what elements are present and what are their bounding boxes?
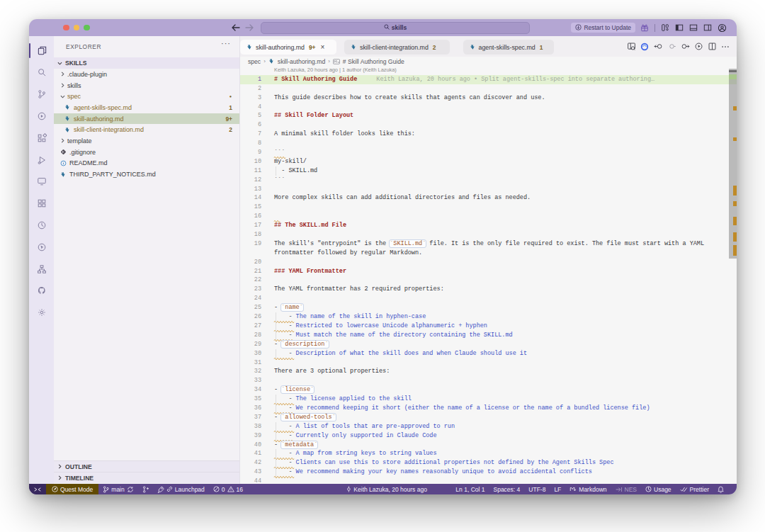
tree-item-skill-client-integration-md[interactable]: skill-client-integration.md2 <box>54 124 239 135</box>
activity-blocks-icon[interactable] <box>36 198 48 210</box>
status-worktree[interactable] <box>138 484 153 494</box>
code-line-21[interactable]: 21### YAML Frontmatter <box>240 267 737 276</box>
activity-history-icon[interactable] <box>36 219 48 231</box>
breadcrumb-item[interactable]: spec <box>248 58 261 65</box>
layout-grid-icon[interactable] <box>660 23 670 33</box>
navigate-forward-button[interactable] <box>243 19 256 36</box>
code-line-27[interactable]: 27 - Restricted to lowercase Unicode alp… <box>240 322 737 331</box>
status-remote[interactable] <box>29 484 46 494</box>
activity-explorer-icon[interactable] <box>36 45 48 57</box>
tree-section-outline[interactable]: OUTLINE <box>54 460 239 472</box>
zoom-window-button[interactable] <box>84 25 90 31</box>
tab-skill-authoring-md[interactable]: skill-authoring.md9+× <box>240 40 336 55</box>
breadcrumb[interactable]: spec›skill-authoring.md›# Skill Authorin… <box>240 57 737 66</box>
code-line-44[interactable]: 44 <box>240 477 737 483</box>
code-line-39[interactable]: 39 - Currently only supported in Claude … <box>240 431 737 441</box>
code-line-12[interactable]: 12``` <box>240 176 737 185</box>
code-line-40[interactable]: 40- `metadata` <box>240 441 737 450</box>
breadcrumb-item[interactable]: skill-authoring.md <box>278 58 325 65</box>
restart-to-update-button[interactable]: Restart to Update <box>571 23 635 33</box>
tree-item-skill-authoring-md[interactable]: skill-authoring.md9+ <box>54 113 239 125</box>
status-notifications[interactable] <box>713 484 728 494</box>
activity-extensions-icon[interactable] <box>36 132 48 144</box>
code-line-15[interactable]: 15 <box>240 203 737 212</box>
tree-item-readme-md[interactable]: README.md <box>54 158 239 169</box>
command-center-search[interactable]: skills <box>261 22 530 34</box>
tree-item-skills[interactable]: skills <box>54 80 239 91</box>
status-encoding[interactable]: UTF-8 <box>524 484 550 494</box>
navigate-back-button[interactable] <box>230 19 242 36</box>
code-line-33[interactable]: 33 <box>240 376 737 385</box>
code-editor[interactable]: Keith Lazuka, 20 hours ago | 1 author (K… <box>240 66 737 484</box>
ai-circle-icon[interactable] <box>640 42 650 52</box>
code-line-14[interactable]: 14More complex skills can add additional… <box>240 193 737 203</box>
layout-sidebar-right-icon[interactable] <box>703 23 713 33</box>
activity-pointer-icon[interactable] <box>36 241 48 253</box>
tree-item-third-party-notices-md[interactable]: THIRD_PARTY_NOTICES.md <box>54 169 239 180</box>
code-line-25[interactable]: 25- `name` <box>240 303 737 312</box>
run-circle-icon[interactable] <box>693 42 703 52</box>
code-line-36[interactable]: 36 - We recommend keeping it short (eith… <box>240 404 737 413</box>
code-line-42[interactable]: 42 - Clients can use this to store addit… <box>240 458 737 468</box>
scrollbar-slider[interactable] <box>729 69 737 259</box>
activity-settings-sync-icon[interactable] <box>36 307 48 319</box>
status-language-mode[interactable]: Markdown <box>565 484 611 494</box>
status-eol[interactable]: LF <box>550 484 565 494</box>
code-line-22[interactable]: 22 <box>240 276 737 285</box>
code-line-10[interactable]: 10my-skill/ <box>240 157 737 166</box>
editor-scrollbar[interactable] <box>729 36 737 484</box>
code-line-32[interactable]: 32There are 3 optional properties: <box>240 367 737 376</box>
status-nes[interactable]: NES <box>611 484 641 494</box>
status-cursor-position[interactable]: Ln 1, Col 1 <box>451 484 489 494</box>
title-bar[interactable]: skills Restart to Update <box>29 19 737 36</box>
code-line-1[interactable]: 1# Skill Authoring GuideKeith Lazuka, 20… <box>240 75 737 84</box>
activity-remote-explorer-icon[interactable] <box>36 176 48 188</box>
code-line-26[interactable]: 26 - The name of the skill in hyphen-cas… <box>240 312 737 322</box>
tree-item--claude-plugin[interactable]: .claude-plugin <box>54 69 239 80</box>
activity-run-and-debug-icon[interactable] <box>36 110 48 122</box>
code-line-43[interactable]: 43 - We recommend making your key names … <box>240 468 737 477</box>
code-line-24[interactable]: 24 <box>240 294 737 303</box>
code-line-38[interactable]: 38 - A list of tools that are pre-approv… <box>240 422 737 431</box>
code-line-37[interactable]: 37- `allowed-tools` <box>240 413 737 422</box>
activity-source-control-icon[interactable] <box>36 89 48 101</box>
code-line-28[interactable]: 28 - Must match the name of the director… <box>240 331 737 340</box>
tree-item-spec[interactable]: spec● <box>54 91 239 102</box>
account-icon[interactable] <box>717 23 727 33</box>
code-line-20[interactable]: 20 <box>240 258 737 267</box>
minimize-window-button[interactable] <box>74 25 80 31</box>
arrow-left-circle-icon[interactable] <box>653 42 663 52</box>
activity-org-chart-icon[interactable] <box>36 263 48 275</box>
status-blame[interactable]: Keith Lazuka, 20 hours ago <box>345 486 427 493</box>
status-problems[interactable]: 016 <box>209 484 247 494</box>
code-line-13[interactable]: 13 <box>240 185 737 194</box>
code-line-30[interactable]: 30 - Description of what the skill does … <box>240 349 737 358</box>
arrow-right-circle-icon[interactable] <box>680 42 690 52</box>
tree-section-skills[interactable]: SKILLS <box>54 57 239 69</box>
code-line-3[interactable]: 3This guide describes how to create skil… <box>240 94 737 103</box>
code-line-7[interactable]: 7A minimal skill folder looks like this: <box>240 130 737 139</box>
code-line-4[interactable]: 4 <box>240 103 737 112</box>
gift-icon[interactable] <box>640 23 650 33</box>
code-line-35[interactable]: 35 - The license applied to the skill <box>240 395 737 404</box>
tab-agent-skills-spec-md[interactable]: agent-skills-spec.md1 <box>463 40 554 55</box>
code-line-wrap[interactable]: frontmatter followed by regular Markdown… <box>240 249 737 258</box>
preview-icon[interactable] <box>626 42 636 52</box>
split-editor-icon[interactable] <box>707 42 717 52</box>
layout-panel-icon[interactable] <box>688 23 698 33</box>
code-line-31[interactable]: 31 <box>240 358 737 368</box>
tree-item--gitignore[interactable]: .gitignore <box>54 147 239 158</box>
tree-section-timeline[interactable]: TIMELINE <box>54 472 239 483</box>
close-tab-icon[interactable]: × <box>321 43 325 51</box>
more-actions-icon[interactable]: ··· <box>221 39 231 47</box>
status-launchpad[interactable]: Launchpad <box>153 484 209 494</box>
activity-run-icon[interactable] <box>36 154 48 166</box>
circle-icon[interactable] <box>667 42 676 52</box>
code-line-8[interactable]: 8 <box>240 139 737 148</box>
code-line-18[interactable]: 18 <box>240 230 737 239</box>
code-line-19[interactable]: 19The skill's "entrypoint" is the `SKILL… <box>240 239 737 249</box>
code-line-34[interactable]: 34- `license` <box>240 385 737 395</box>
breadcrumb-item[interactable]: # Skill Authoring Guide <box>343 58 404 65</box>
code-line-6[interactable]: 6 <box>240 120 737 130</box>
code-line-11[interactable]: 11 - SKILL.md <box>240 166 737 176</box>
